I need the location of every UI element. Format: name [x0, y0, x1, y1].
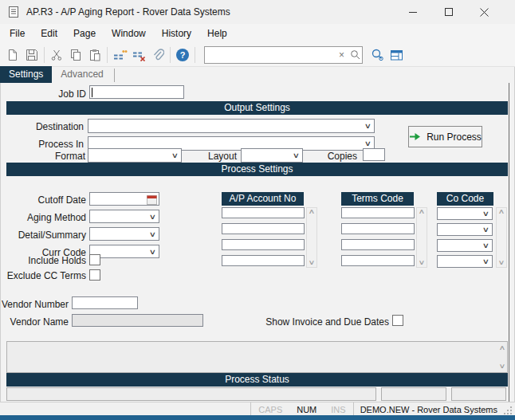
scroll-up-icon[interactable]: ∧	[309, 208, 316, 216]
paste-icon[interactable]	[85, 46, 104, 64]
process-message-box: ∧ ∨	[6, 341, 508, 373]
ap-account-no-scrollbar[interactable]: ∧ ∨	[306, 207, 317, 268]
menu-page[interactable]: Page	[65, 24, 104, 43]
help-icon[interactable]: ?	[173, 46, 192, 64]
terms-code-input[interactable]	[341, 239, 415, 250]
search-icon[interactable]	[348, 46, 362, 64]
co-code-select[interactable]: ∨	[437, 223, 493, 236]
ap-account-no-input[interactable]	[222, 239, 305, 250]
ap-account-no-input[interactable]	[222, 223, 305, 234]
show-invoice-checkbox[interactable]	[392, 315, 403, 326]
tab-divider	[114, 69, 115, 82]
terms-code-input[interactable]	[341, 207, 415, 218]
ap-account-no-input[interactable]	[222, 255, 305, 266]
chevron-down-icon: ∨	[482, 242, 489, 249]
chevron-down-icon: ∨	[149, 213, 156, 220]
chevron-down-icon: ∨	[482, 258, 489, 265]
layout-panel-icon[interactable]	[387, 46, 406, 64]
co-code-scrollbar[interactable]: ∧ ∨	[496, 207, 507, 268]
copy-icon[interactable]	[66, 46, 85, 64]
process-status-header: Process Status	[6, 373, 508, 387]
include-holds-checkbox[interactable]	[89, 254, 100, 265]
menu-file[interactable]: File	[2, 24, 33, 43]
num-indicator: NUM	[289, 405, 324, 414]
format-label: Format	[0, 151, 85, 162]
cut-icon[interactable]	[47, 46, 66, 64]
record-search-icon[interactable]	[368, 46, 387, 64]
connection-context: DEMO.NEW - Rover Data Systems	[354, 405, 504, 414]
toolbar-separator	[44, 47, 45, 63]
run-arrow-icon	[409, 132, 421, 141]
co-code-select[interactable]: ∨	[437, 207, 493, 220]
vendor-number-label: Vendor Number	[0, 299, 69, 310]
toolbar-separator	[170, 47, 171, 63]
scroll-down-icon[interactable]: ∨	[419, 259, 426, 267]
chevron-down-icon: ∨	[482, 210, 489, 218]
app-window: AP.R3 - A/P Aging Report - Rover Data Sy…	[0, 0, 515, 420]
text-caret	[92, 88, 92, 97]
svg-text:?: ?	[180, 50, 186, 60]
chevron-down-icon: ∨	[482, 226, 489, 234]
layout-select[interactable]: ∨	[241, 148, 303, 163]
copies-input[interactable]	[363, 148, 385, 161]
clear-search-icon[interactable]: ×	[336, 49, 348, 61]
vendor-number-input[interactable]	[72, 296, 138, 309]
scroll-down-icon[interactable]: ∨	[499, 363, 506, 370]
terms-code-scrollbar[interactable]: ∧ ∨	[416, 207, 427, 268]
maximize-button[interactable]	[430, 0, 466, 24]
exclude-cc-terms-label: Exclude CC Terms	[0, 270, 86, 281]
settings-tab-page: Job ID Output Settings Destination ∨ Pro…	[0, 83, 515, 402]
co-code-select[interactable]: ∨	[437, 255, 493, 268]
job-id-input[interactable]	[89, 85, 184, 99]
toolbar-separator	[107, 47, 108, 63]
minimize-button[interactable]	[395, 0, 430, 24]
terms-code-header: Terms Code	[341, 192, 414, 206]
insert-rows-icon[interactable]	[110, 46, 129, 64]
process-settings-header: Process Settings	[6, 163, 508, 176]
cutoff-date-input[interactable]	[89, 192, 159, 206]
delete-rows-icon[interactable]	[129, 46, 148, 64]
menu-history[interactable]: History	[154, 24, 199, 43]
scroll-up-icon[interactable]: ∧	[419, 208, 426, 216]
scroll-down-icon[interactable]: ∨	[498, 259, 505, 267]
scroll-up-icon[interactable]: ∧	[499, 344, 506, 351]
vendor-name-label: Vendor Name	[0, 316, 69, 328]
toolbar-separator	[195, 47, 195, 63]
copies-label: Copies	[307, 151, 357, 162]
attachment-icon[interactable]	[148, 46, 167, 64]
co-code-header: Co Code	[437, 192, 493, 206]
scroll-up-icon[interactable]: ∧	[498, 208, 505, 216]
format-select[interactable]: ∨	[88, 148, 182, 163]
chevron-down-icon: ∨	[364, 140, 372, 147]
status-segment-main	[6, 387, 376, 401]
menu-edit[interactable]: Edit	[33, 24, 65, 43]
layout-label: Layout	[183, 151, 237, 162]
terms-code-input[interactable]	[341, 255, 415, 266]
tab-strip: Settings Advanced	[0, 66, 515, 83]
detail-summary-select[interactable]: ∨	[89, 227, 159, 241]
save-icon[interactable]	[22, 46, 41, 64]
menu-help[interactable]: Help	[199, 24, 235, 43]
title-bar: AP.R3 - A/P Aging Report - Rover Data Sy…	[0, 0, 515, 24]
status-segment-right	[451, 387, 506, 401]
calendar-icon[interactable]	[147, 194, 157, 208]
status-segment-middle	[381, 387, 446, 401]
tab-settings[interactable]: Settings	[0, 66, 52, 83]
scroll-down-icon[interactable]: ∨	[309, 259, 316, 267]
co-code-select[interactable]: ∨	[437, 239, 493, 252]
terms-code-input[interactable]	[341, 223, 415, 234]
ap-account-no-header: A/P Account No	[222, 192, 304, 206]
new-file-icon[interactable]	[3, 46, 22, 64]
toolbar-search-box: ×	[204, 46, 363, 64]
aging-method-select[interactable]: ∨	[89, 210, 159, 223]
ap-account-no-input[interactable]	[222, 207, 305, 218]
close-button[interactable]	[466, 0, 502, 24]
tab-advanced[interactable]: Advanced	[52, 66, 112, 83]
search-input[interactable]	[205, 49, 336, 61]
menu-window[interactable]: Window	[104, 24, 154, 43]
run-process-button[interactable]: Run Process	[408, 126, 482, 147]
menu-bar: File Edit Page Window History Help	[0, 24, 515, 43]
resize-grip[interactable]	[504, 405, 513, 414]
destination-select[interactable]: ∨	[88, 119, 375, 133]
exclude-cc-terms-checkbox[interactable]	[89, 269, 100, 281]
